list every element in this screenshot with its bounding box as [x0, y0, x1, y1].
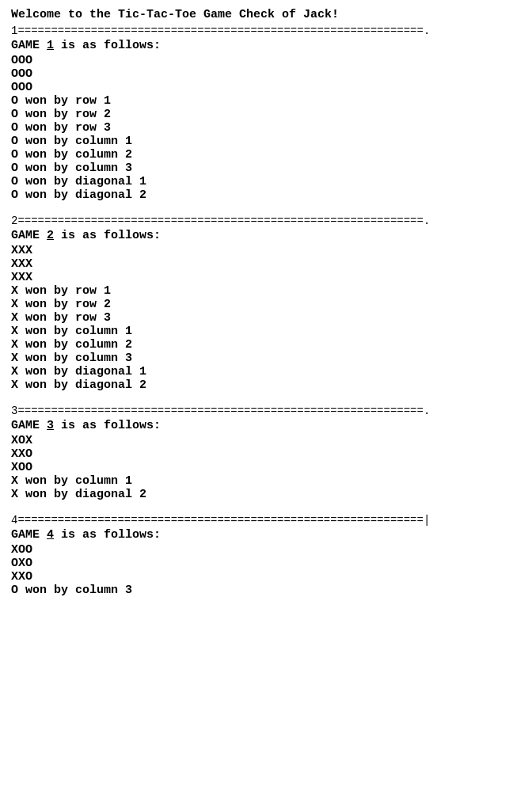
board-row-2-3: XXX: [11, 271, 521, 284]
page-title: Welcome to the Tic-Tac-Toe Game Check of…: [11, 8, 521, 21]
game-block-3: 3=======================================…: [11, 405, 521, 501]
game-block-1: 1=======================================…: [11, 25, 521, 202]
result-1-8: O won by diagonal 2: [11, 188, 521, 202]
game-header-2: GAME 2 is as follows:: [11, 229, 521, 242]
result-2-4: X won by column 1: [11, 325, 521, 338]
result-1-1: O won by row 1: [11, 94, 521, 108]
result-2-7: X won by diagonal 1: [11, 365, 521, 378]
board-row-4-1: XOO: [11, 543, 521, 557]
game-header-1: GAME 1 is as follows:: [11, 39, 521, 52]
result-2-3: X won by row 3: [11, 311, 521, 325]
game-block-4: 4=======================================…: [11, 514, 521, 597]
separator-3: 3=======================================…: [11, 405, 521, 417]
separator-4: 4=======================================…: [11, 514, 521, 527]
result-1-5: O won by column 2: [11, 148, 521, 162]
result-2-6: X won by column 3: [11, 352, 521, 365]
result-3-1: X won by column 1: [11, 474, 521, 488]
result-3-2: X won by diagonal 2: [11, 488, 521, 501]
result-4-1: O won by column 3: [11, 584, 521, 597]
board-row-4-2: OXO: [11, 557, 521, 570]
game-header-3: GAME 3 is as follows:: [11, 419, 521, 432]
board-row-2-1: XXX: [11, 244, 521, 257]
result-1-6: O won by column 3: [11, 162, 521, 175]
board-row-1-3: OOO: [11, 81, 521, 94]
board-row-1-1: OOO: [11, 54, 521, 67]
game-block-2: 2=======================================…: [11, 215, 521, 392]
result-1-4: O won by column 1: [11, 135, 521, 148]
separator-1: 1=======================================…: [11, 25, 521, 37]
result-2-5: X won by column 2: [11, 338, 521, 352]
board-row-4-3: XXO: [11, 570, 521, 584]
result-2-8: X won by diagonal 2: [11, 378, 521, 392]
result-1-2: O won by row 2: [11, 108, 521, 121]
result-2-1: X won by row 1: [11, 284, 521, 298]
result-2-2: X won by row 2: [11, 298, 521, 311]
board-row-2-2: XXX: [11, 257, 521, 271]
board-row-1-2: OOO: [11, 67, 521, 81]
separator-2: 2=======================================…: [11, 215, 521, 227]
board-row-3-3: XOO: [11, 461, 521, 474]
result-1-7: O won by diagonal 1: [11, 175, 521, 188]
board-row-3-1: XOX: [11, 434, 521, 447]
result-1-3: O won by row 3: [11, 121, 521, 135]
game-header-4: GAME 4 is as follows:: [11, 528, 521, 542]
board-row-3-2: XXO: [11, 447, 521, 461]
